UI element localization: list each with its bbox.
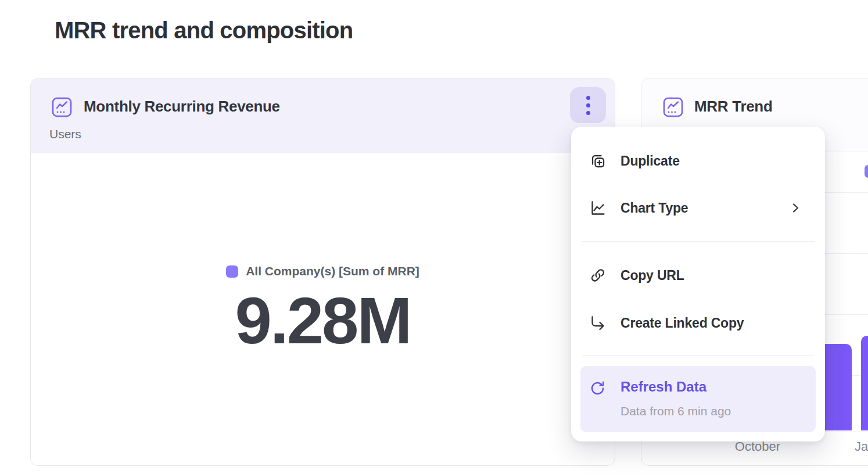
- card-title: Monthly Recurring Revenue: [84, 98, 280, 116]
- refresh-icon: [589, 380, 606, 397]
- card-header: Monthly Recurring Revenue Users: [31, 78, 615, 153]
- kebab-menu-button[interactable]: [570, 87, 606, 123]
- duplicate-icon: [589, 152, 607, 170]
- chevron-right-icon: [789, 202, 802, 214]
- kebab-dot: [586, 111, 590, 115]
- link-icon: [589, 267, 607, 284]
- kpi-value: 9.28M: [235, 288, 411, 354]
- menu-item-label: Refresh Data: [620, 379, 706, 395]
- context-menu: Duplicate Chart Type Copy URL: [571, 127, 825, 441]
- bar: [861, 336, 868, 430]
- chart-type-icon: [589, 199, 607, 217]
- legend-swatch: [226, 265, 238, 278]
- menu-item-duplicate[interactable]: Duplicate: [571, 143, 825, 178]
- legend-row: All Company(s) [Sum of MRR]: [226, 264, 419, 278]
- linked-copy-icon: [589, 314, 607, 332]
- menu-item-sublabel: Data from 6 min ago: [620, 404, 731, 418]
- menu-item-label: Chart Type: [620, 200, 688, 216]
- menu-item-chart-type[interactable]: Chart Type: [571, 191, 825, 225]
- menu-divider: [582, 356, 815, 356]
- kebab-dot: [586, 96, 590, 100]
- card-body: All Company(s) [Sum of MRR] 9.28M: [31, 153, 615, 465]
- menu-item-label: Copy URL: [620, 268, 684, 283]
- menu-item-label: Duplicate: [620, 153, 680, 169]
- menu-item-copy-url[interactable]: Copy URL: [571, 258, 825, 293]
- legend-label: All Company(s) [Sum of MRR]: [246, 264, 419, 278]
- card-subtitle: Users: [49, 127, 81, 141]
- x-axis-label: Ja: [855, 439, 868, 454]
- chart-widget-icon: [52, 97, 72, 117]
- page-title: MRR trend and composition: [55, 17, 353, 44]
- menu-item-create-linked-copy[interactable]: Create Linked Copy: [571, 306, 825, 340]
- menu-item-label: Create Linked Copy: [620, 315, 744, 331]
- menu-divider: [582, 241, 815, 242]
- menu-item-refresh-data[interactable]: Refresh Data Data from 6 min ago: [580, 366, 816, 432]
- kebab-dot: [586, 103, 590, 107]
- card-monthly-recurring-revenue: Monthly Recurring Revenue Users All Comp…: [30, 78, 615, 466]
